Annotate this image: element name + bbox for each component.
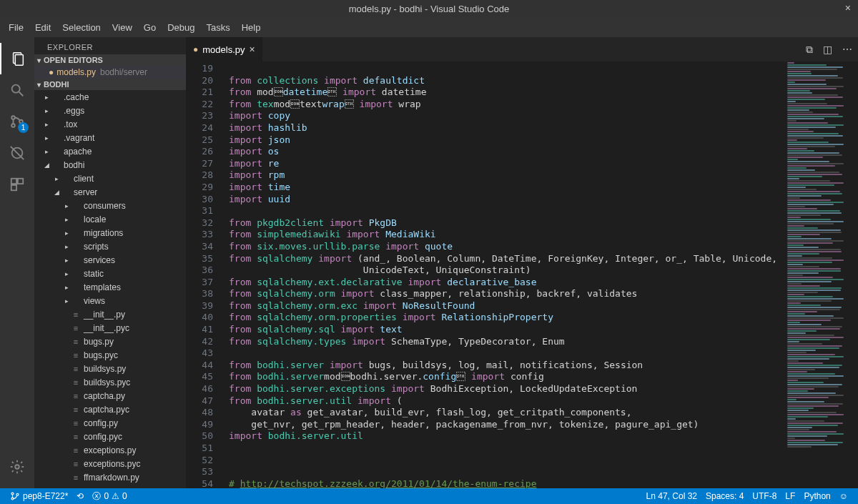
svg-rect-11 [11,185,16,190]
open-editor-item[interactable]: ● models.py bodhi/server [34,66,186,79]
svg-point-15 [16,493,19,495]
folder-item[interactable]: ▸.eggs [34,104,186,117]
menu-file[interactable]: File [3,22,29,33]
folder-item[interactable]: ▸.tox [34,117,186,131]
file-item[interactable]: ≡exceptions.py [34,443,186,457]
tree-item-label: services [84,255,115,265]
eol[interactable]: LF [781,491,799,501]
chevron-right-icon: ▸ [43,107,50,114]
menubar: FileEditSelectionViewGoDebugTasksHelp [0,17,858,37]
file-icon: ≡ [70,351,82,360]
folder-item[interactable]: ▸locale [34,212,186,226]
chevron-right-icon: ▸ [43,94,50,101]
code-editor[interactable]: from collections import defaultdictfrom … [223,61,784,488]
chevron-right-icon: ▸ [63,243,70,250]
folder-item[interactable]: ▸client [34,172,186,185]
minimap[interactable] [784,61,858,488]
tree-item-label: __init__.pyc [84,323,129,333]
menu-selection[interactable]: Selection [56,22,106,33]
file-item[interactable]: ≡config.py [34,416,186,430]
folder-item[interactable]: ▸.vagrant [34,131,186,144]
split-editor-icon[interactable]: ◫ [823,44,832,55]
menu-tasks[interactable]: Tasks [200,22,235,33]
folder-item[interactable]: ◢server [34,185,186,199]
folder-item[interactable]: ▸migrations [34,226,186,239]
folder-item[interactable]: ▸.cache [34,90,186,104]
editor-actions: ⧉ ◫ ⋯ [806,37,858,61]
folder-item[interactable]: ▸scripts [34,239,186,253]
file-icon: ≡ [70,378,82,387]
sync-icon[interactable]: ⟲ [72,491,88,501]
file-item[interactable]: ≡bugs.pyc [34,348,186,362]
source-control-icon[interactable]: 1 [0,106,34,137]
menu-view[interactable]: View [107,22,138,33]
explorer-icon[interactable] [0,43,34,74]
file-item[interactable]: ≡ffmarkdown.py [34,470,186,484]
file-item[interactable]: ≡config.pyc [34,430,186,443]
settings-gear-icon[interactable] [0,451,34,483]
svg-point-4 [11,116,15,119]
tree-item-label: __init__.py [84,310,125,320]
tree-item-label: captcha.pyc [84,405,129,415]
tree-item-label: apache [64,147,92,157]
compare-icon[interactable]: ⧉ [806,44,813,56]
line-gutter: 1920212223242526272829303132333435363738… [186,61,223,488]
folder-item[interactable]: ▸templates [34,280,186,294]
svg-point-2 [12,85,20,93]
file-item[interactable]: ≡captcha.pyc [34,402,186,416]
folder-item[interactable]: ▸consumers [34,199,186,212]
chevron-right-icon: ▸ [43,148,50,155]
indentation[interactable]: Spaces: 4 [701,491,748,501]
folder-item[interactable]: ◢bodhi [34,158,186,172]
search-icon[interactable] [0,74,34,106]
more-actions-icon[interactable]: ⋯ [842,44,852,55]
svg-point-13 [11,493,14,495]
sidebar: EXPLORER OPEN EDITORS ● models.py bodhi/… [34,37,186,488]
close-icon[interactable]: × [845,2,851,14]
file-item[interactable]: ≡captcha.py [34,389,186,402]
python-file-icon: ● [193,44,198,54]
extensions-icon[interactable] [0,169,34,200]
chevron-right-icon: ▸ [63,202,70,209]
tree-item-label: config.pyc [84,432,122,442]
file-item[interactable]: ≡buildsys.py [34,362,186,375]
menu-help[interactable]: Help [236,22,267,33]
close-tab-icon[interactable]: × [250,44,255,55]
tree-item-label: bugs.py [84,337,114,347]
git-branch[interactable]: pep8-E722* [6,491,72,501]
feedback-icon[interactable]: ☺ [835,491,852,501]
file-item[interactable]: ≡exceptions.pyc [34,457,186,470]
tree-item-label: .eggs [64,106,84,116]
tab-models-py[interactable]: ● models.py × [186,37,262,61]
language-mode[interactable]: Python [799,491,834,501]
folder-item[interactable]: ▸apache [34,144,186,158]
folder-item[interactable]: ▸static [34,267,186,280]
file-item[interactable]: ≡__init__.py [34,307,186,321]
file-item[interactable]: ≡bugs.py [34,335,186,348]
error-icon: ⓧ [92,490,101,503]
encoding[interactable]: UTF-8 [748,491,781,501]
tree-item-label: .tox [64,119,77,129]
open-editors-header[interactable]: OPEN EDITORS [34,54,186,66]
workspace-header[interactable]: BODHI [34,79,186,90]
svg-point-14 [11,498,14,500]
tab-label: models.py [202,44,245,55]
file-item[interactable]: ≡__init__.pyc [34,321,186,335]
file-icon: ≡ [70,460,82,468]
menu-debug[interactable]: Debug [162,22,200,33]
tree-item-label: buildsys.py [84,364,126,374]
problems[interactable]: ⓧ0 ⚠0 [88,490,131,503]
menu-go[interactable]: Go [138,22,162,33]
tree-item-label: exceptions.pyc [84,459,140,469]
menu-edit[interactable]: Edit [29,22,56,33]
chevron-right-icon: ▸ [63,229,70,237]
tab-bar: ● models.py × ⧉ ◫ ⋯ [186,37,858,61]
cursor-position[interactable]: Ln 47, Col 32 [642,491,701,501]
folder-item[interactable]: ▸services [34,253,186,267]
scm-badge: 1 [18,122,29,133]
file-icon: ≡ [70,446,82,455]
file-item[interactable]: ≡buildsys.pyc [34,375,186,389]
debug-icon[interactable] [0,137,34,169]
folder-item[interactable]: ▸views [34,294,186,307]
warning-icon: ⚠ [112,491,119,501]
